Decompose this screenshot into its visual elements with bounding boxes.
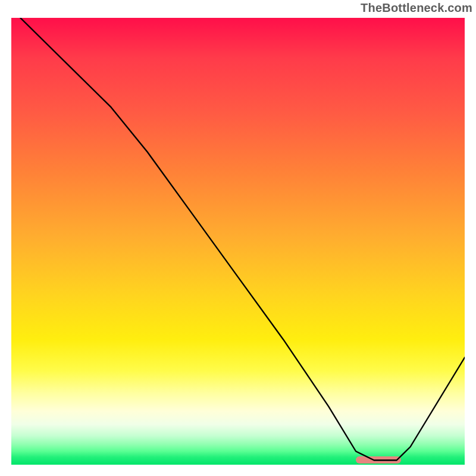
bottleneck-curve xyxy=(11,18,465,465)
watermark-text: TheBottleneck.com xyxy=(361,1,472,15)
chart-container: TheBottleneck.com xyxy=(0,0,476,476)
plot-area xyxy=(11,18,465,465)
